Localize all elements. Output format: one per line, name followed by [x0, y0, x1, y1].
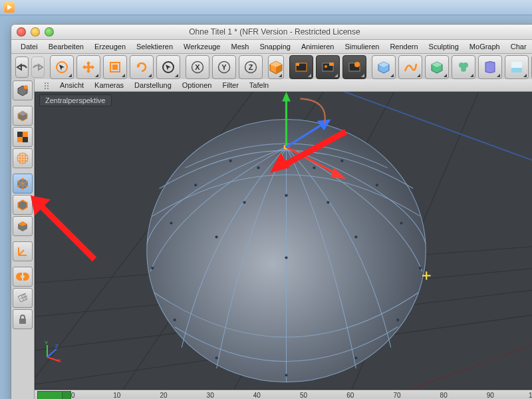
viewport-panel: Ansicht Kameras Darstellung Optionen Fil…: [35, 79, 532, 399]
z-axis-button[interactable]: Z: [239, 55, 263, 79]
axis-gizmo-icon: Y X Z: [42, 338, 66, 362]
undo-button[interactable]: [15, 57, 29, 78]
timeline-ruler[interactable]: 0 10 20 30 40 50 60 70 80 90 100: [71, 390, 532, 399]
svg-rect-29: [511, 62, 522, 68]
mode-palette: [11, 79, 35, 399]
scale-button[interactable]: [103, 55, 127, 79]
axis-mode-icon[interactable]: [13, 241, 33, 261]
svg-point-56: [45, 88, 46, 89]
timeline[interactable]: 0 10 20 30 40 50 60 70 80 90 100: [35, 390, 532, 399]
play-icon: [4, 2, 15, 13]
viewmenu-darstellung[interactable]: Darstellung: [129, 80, 177, 90]
svg-text:Z: Z: [249, 63, 253, 71]
zoom-icon[interactable]: [45, 27, 54, 37]
make-editable-icon[interactable]: [13, 80, 33, 100]
svg-point-90: [354, 235, 357, 238]
svg-point-87: [243, 201, 245, 203]
svg-point-88: [327, 201, 329, 203]
menu-simulieren[interactable]: Simulieren: [339, 41, 384, 53]
svg-text:Z: Z: [55, 343, 59, 349]
menu-animieren[interactable]: Animieren: [296, 41, 340, 53]
workplane-icon[interactable]: [13, 288, 33, 308]
timeline-range-handle[interactable]: [62, 391, 71, 399]
menu-erzeugen[interactable]: Erzeugen: [89, 41, 131, 53]
minimize-icon[interactable]: [31, 27, 40, 37]
texture-mode-icon[interactable]: [13, 127, 33, 147]
svg-rect-28: [511, 68, 522, 72]
svg-point-52: [45, 82, 46, 84]
polygons-mode-icon[interactable]: [13, 216, 33, 236]
redo-button[interactable]: [31, 57, 45, 78]
add-primitive-button[interactable]: [268, 55, 284, 79]
viewmenu-ansicht[interactable]: Ansicht: [55, 80, 89, 90]
panel-grip-icon[interactable]: [39, 81, 55, 89]
window-titlebar[interactable]: Ohne Titel 1 * (NFR Version - Restricted…: [11, 25, 532, 40]
viewmenu-tafeln[interactable]: Tafeln: [244, 80, 274, 90]
menu-snapping[interactable]: Snapping: [254, 41, 296, 53]
svg-point-83: [285, 374, 287, 376]
menu-werkzeuge[interactable]: Werkzeuge: [178, 41, 225, 53]
menu-mograph[interactable]: MoGraph: [464, 41, 505, 53]
svg-point-81: [215, 356, 218, 359]
render-picture-button[interactable]: [316, 55, 340, 79]
timeline-playhead[interactable]: [37, 391, 63, 399]
recent-tool-button[interactable]: [156, 55, 180, 79]
tick-label: 50: [300, 392, 307, 399]
menu-character[interactable]: Char: [505, 41, 532, 53]
model-mode-icon[interactable]: [13, 106, 33, 126]
svg-line-67: [412, 331, 532, 389]
lock-icon[interactable]: [13, 309, 33, 329]
edges-mode-icon[interactable]: [13, 195, 33, 215]
close-icon[interactable]: [17, 27, 26, 37]
move-button[interactable]: [76, 55, 100, 79]
add-generator-button[interactable]: [425, 55, 449, 79]
add-cloner-button[interactable]: [452, 55, 475, 79]
viewmenu-optionen[interactable]: Optionen: [177, 80, 217, 90]
svg-point-85: [313, 166, 315, 169]
svg-point-57: [47, 88, 49, 89]
add-spline-button[interactable]: [398, 55, 422, 79]
svg-point-55: [47, 85, 49, 86]
svg-point-79: [174, 319, 176, 321]
add-cube-button[interactable]: [372, 55, 396, 79]
magnet-icon[interactable]: [13, 267, 33, 287]
add-scene-button[interactable]: [505, 55, 529, 79]
live-select-button[interactable]: [50, 55, 74, 79]
svg-point-46: [17, 180, 19, 182]
window-traffic-lights[interactable]: [17, 27, 54, 37]
viewport-scene: [35, 92, 532, 389]
menu-datei[interactable]: Datei: [15, 41, 43, 53]
x-axis-button[interactable]: X: [186, 55, 209, 79]
y-axis-button[interactable]: Y: [212, 55, 236, 79]
viewmenu-filter[interactable]: Filter: [217, 80, 243, 90]
tick-label: 0: [71, 392, 75, 399]
svg-point-91: [285, 256, 287, 259]
menu-bearbeiten[interactable]: Bearbeiten: [43, 41, 89, 53]
render-settings-button[interactable]: [342, 55, 366, 79]
rotate-button[interactable]: [130, 55, 154, 79]
viewmenu-kameras[interactable]: Kameras: [89, 80, 129, 90]
svg-rect-37: [17, 132, 23, 137]
main-menu: Datei Bearbeiten Erzeugen Selektieren We…: [11, 40, 532, 54]
svg-marker-94: [282, 92, 291, 102]
render-view-button[interactable]: [289, 55, 313, 79]
svg-rect-38: [23, 137, 28, 142]
svg-point-53: [47, 82, 49, 84]
viewport-menu: Ansicht Kameras Darstellung Optionen Fil…: [35, 79, 532, 92]
svg-point-89: [215, 235, 218, 238]
menu-sculpting[interactable]: Sculpting: [424, 41, 464, 53]
svg-point-78: [419, 267, 422, 269]
menu-selektieren[interactable]: Selektieren: [131, 41, 178, 53]
viewport-3d[interactable]: Zentralperspektive: [35, 92, 532, 390]
tick-label: 10: [113, 392, 120, 399]
tick-label: 100: [529, 392, 532, 399]
svg-point-17: [325, 65, 327, 68]
svg-text:Y: Y: [221, 63, 227, 71]
svg-point-43: [26, 185, 28, 187]
menu-mesh[interactable]: Mesh: [225, 41, 254, 53]
add-deformer-button[interactable]: [478, 55, 502, 79]
points-mode-icon[interactable]: [13, 174, 33, 194]
uv-mesh-icon[interactable]: [13, 148, 33, 168]
menu-rendern[interactable]: Rendern: [384, 41, 423, 53]
svg-point-80: [396, 319, 399, 321]
